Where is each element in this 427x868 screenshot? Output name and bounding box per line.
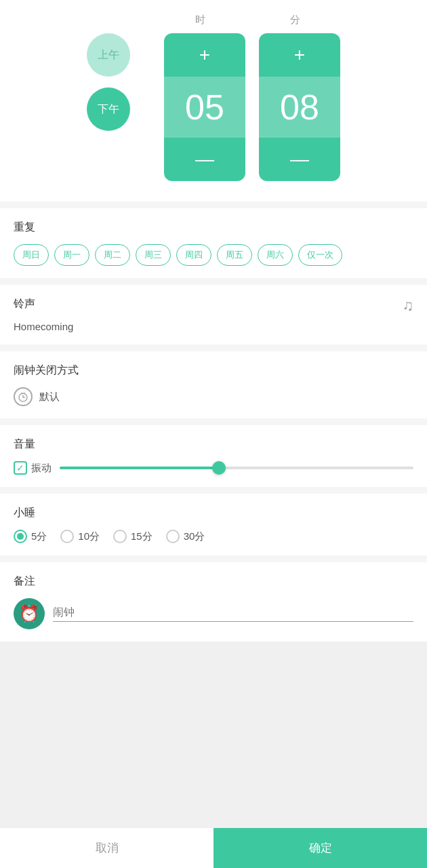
snooze-label-2: 15分 — [131, 530, 152, 543]
radio-inner-0 — [17, 533, 24, 540]
alarm-avatar-icon: ⏰ — [19, 604, 39, 623]
radio-outer-0 — [14, 530, 27, 543]
repeat-section: 重复 周日周一周二周三周四周五周六仅一次 — [0, 208, 427, 278]
ringtone-value: Homecoming — [14, 321, 413, 332]
snooze-section: 小睡 5分10分15分30分 — [0, 494, 427, 555]
ringtone-title: 铃声 — [14, 297, 413, 311]
radio-outer-1 — [60, 530, 74, 543]
alarm-avatar: ⏰ — [14, 598, 45, 629]
snooze-label-0: 5分 — [31, 530, 47, 543]
music-icon: ♫ — [403, 297, 414, 315]
confirm-button[interactable]: 确定 — [214, 828, 427, 868]
day-button-2[interactable]: 周二 — [95, 244, 130, 266]
snooze-label-1: 10分 — [78, 530, 100, 543]
checkbox-box[interactable]: ✓ — [14, 461, 27, 475]
snooze-options: 5分10分15分30分 — [14, 530, 413, 543]
note-input[interactable] — [53, 606, 413, 618]
volume-title: 音量 — [14, 437, 413, 452]
days-row: 周日周一周二周三周四周五周六仅一次 — [14, 244, 413, 266]
alarm-off-section: 闹钟关闭方式 默认 — [0, 351, 427, 418]
day-button-4[interactable]: 周四 — [176, 244, 211, 266]
hour-minus-button[interactable]: — — [164, 138, 245, 181]
cancel-button[interactable]: 取消 — [0, 828, 214, 868]
radio-outer-3 — [166, 530, 180, 543]
time-picker-section: 时 分 上午 下午 + 05 — — [0, 0, 427, 201]
snooze-title: 小睡 — [14, 506, 413, 520]
hour-plus-button[interactable]: + — [164, 33, 245, 77]
note-row: ⏰ — [14, 598, 413, 629]
slider-thumb[interactable] — [212, 461, 226, 475]
plus-icon: + — [199, 45, 210, 64]
note-title: 备注 — [14, 574, 413, 589]
footer: 取消 确定 — [0, 827, 427, 868]
pm-button[interactable]: 下午 — [87, 87, 130, 131]
slider-fill — [60, 467, 219, 469]
alarm-off-title: 闹钟关闭方式 — [14, 363, 413, 378]
am-pm-column: 上午 下午 — [87, 33, 130, 181]
hour-label: 时 — [159, 14, 241, 26]
day-button-3[interactable]: 周三 — [136, 244, 171, 266]
alarm-off-method: 默认 — [39, 391, 60, 403]
min-value: 08 — [280, 87, 319, 127]
minute-column: + 08 — — [259, 33, 340, 181]
repeat-title: 重复 — [14, 220, 413, 235]
day-button-6[interactable]: 周六 — [258, 244, 293, 266]
snooze-label-3: 30分 — [184, 530, 205, 543]
min-display: 08 — [259, 77, 340, 138]
min-minus-icon: — — [290, 150, 309, 169]
ringtone-section[interactable]: 铃声 ♫ Homecoming — [0, 285, 427, 344]
hour-value: 05 — [185, 87, 224, 127]
alarm-off-row: 默认 — [14, 387, 413, 406]
spacer — [0, 642, 427, 827]
note-input-wrap — [53, 606, 413, 622]
vibrate-checkbox[interactable]: ✓ 振动 — [14, 461, 52, 475]
vibrate-label: 振动 — [31, 462, 52, 475]
min-minus-button[interactable]: — — [259, 138, 340, 181]
min-plus-icon: + — [294, 45, 305, 64]
radio-outer-2 — [113, 530, 127, 543]
day-button-0[interactable]: 周日 — [14, 244, 49, 266]
day-button-7[interactable]: 仅一次 — [298, 244, 342, 266]
day-button-5[interactable]: 周五 — [217, 244, 252, 266]
snooze-option-0[interactable]: 5分 — [14, 530, 47, 543]
volume-section: 音量 ✓ 振动 — [0, 425, 427, 487]
volume-slider[interactable] — [60, 467, 413, 469]
hour-display: 05 — [164, 77, 245, 138]
snooze-option-3[interactable]: 30分 — [166, 530, 205, 543]
min-plus-button[interactable]: + — [259, 33, 340, 77]
volume-row: ✓ 振动 — [14, 461, 413, 475]
hour-column: + 05 — — [164, 33, 245, 181]
note-section: 备注 ⏰ — [0, 562, 427, 642]
min-label: 分 — [254, 14, 336, 26]
snooze-option-1[interactable]: 10分 — [60, 530, 100, 543]
clock-icon — [14, 387, 33, 406]
minus-icon: — — [195, 150, 214, 169]
day-button-1[interactable]: 周一 — [54, 244, 89, 266]
snooze-option-2[interactable]: 15分 — [113, 530, 152, 543]
check-mark: ✓ — [16, 462, 24, 473]
am-button[interactable]: 上午 — [87, 33, 130, 77]
